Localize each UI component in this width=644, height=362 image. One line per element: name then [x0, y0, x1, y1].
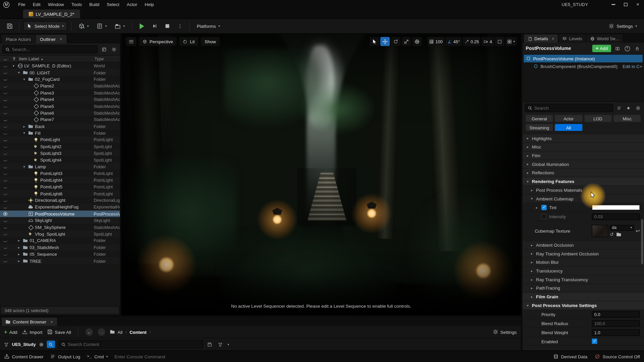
outliner-row-03-staticmesh[interactable]: ▸03_StaticMeshFolder — [0, 244, 120, 251]
outliner-row-plane2[interactable]: Plane2StaticMeshAc — [0, 82, 120, 89]
visibility-toggle[interactable] — [0, 212, 11, 216]
outliner-row-02-fogcard[interactable]: ▾02_FogCardFolder — [0, 76, 120, 82]
stop-button[interactable] — [162, 21, 173, 31]
menu-tools[interactable]: Tools — [68, 1, 86, 8]
outliner-row-directionallight[interactable]: DirectionalLightDirectionalLig — [0, 197, 120, 204]
details-section-ray-tracing-ambient-occlusion[interactable]: ▸Ray Tracing Ambient Occlusion — [523, 249, 644, 258]
outliner-row-plane4[interactable]: Plane4StaticMeshAc — [0, 96, 120, 103]
visibility-toggle[interactable] — [0, 233, 11, 236]
tab-world-settings[interactable]: World Se... — [587, 35, 623, 43]
grid-snap-value[interactable]: 100 — [435, 39, 442, 44]
blend-weight-value-field[interactable]: 1.0 — [592, 329, 640, 336]
viewport-options-button[interactable] — [126, 37, 137, 46]
details-section-post-process-volume-settings[interactable]: ▾Post Process Volume Settings — [523, 301, 644, 310]
outliner-row-sm-skysphere[interactable]: SM_SkySphereStaticMeshAc — [0, 224, 120, 231]
tab-place-actors[interactable]: Place Actors — [2, 35, 35, 44]
outliner-row-pointlight6[interactable]: PointLight6PointLight — [0, 190, 120, 197]
expand-caret[interactable]: ▾ — [22, 165, 26, 169]
filter-chip-actor[interactable]: Actor — [555, 115, 582, 122]
visibility-toggle[interactable] — [0, 118, 11, 121]
browse-asset-icon[interactable] — [616, 233, 621, 236]
visibility-toggle[interactable] — [0, 226, 11, 229]
close-tab-icon[interactable]: × — [60, 37, 62, 41]
expand-caret[interactable]: ▸ — [22, 124, 26, 128]
menu-file[interactable]: File — [14, 1, 29, 8]
visibility-toggle[interactable] — [0, 185, 11, 188]
outliner-row-pointlight5[interactable]: PointLight5PointLight — [0, 183, 120, 190]
expand-caret[interactable]: ▾ — [22, 131, 26, 135]
unreal-logo-icon[interactable]: U — [3, 1, 9, 7]
visibility-toggle[interactable] — [0, 179, 11, 182]
expand-caret[interactable]: ▸ — [17, 252, 21, 256]
property-matrix-icon[interactable] — [613, 45, 621, 52]
visibility-column-icon[interactable] — [3, 57, 7, 60]
details-section-post-process-materials[interactable]: ▸Post Process Materials — [523, 186, 644, 195]
grid-snap-toggle[interactable]: 100 — [428, 37, 444, 46]
tab-details[interactable]: Details × — [524, 35, 558, 43]
maximize-viewport-button[interactable] — [495, 37, 504, 46]
outliner-row-lv-sample-d-editor[interactable]: ▾LV_SAMPLE_D (Editor)World — [0, 62, 120, 69]
expand-caret[interactable]: ▸ — [17, 239, 21, 243]
visibility-toggle[interactable] — [0, 219, 11, 222]
filter-chip-misc[interactable]: Misc — [613, 115, 641, 122]
tint-expand-caret[interactable]: ▸ — [535, 205, 539, 209]
pin-column-icon[interactable] — [11, 56, 17, 61]
outliner-row-skylight[interactable]: SkyLightSkyLight — [0, 217, 120, 224]
filter-funnel-icon[interactable] — [4, 342, 8, 347]
display-filter-icon[interactable] — [615, 104, 623, 112]
visibility-toggle[interactable] — [0, 84, 11, 87]
outliner-row-spotlight3[interactable]: SpotLight3SpotLight — [0, 150, 120, 157]
cinematics-dropdown[interactable]: ▾ — [112, 21, 128, 31]
scale-snap-value[interactable]: 0.25 — [471, 39, 479, 44]
outliner-row-pointlight[interactable]: PointLightPointLight — [0, 136, 120, 143]
details-search-input[interactable] — [534, 106, 610, 111]
visibility-toggle[interactable] — [0, 152, 11, 155]
source-control-button[interactable]: Source Control Off — [595, 354, 640, 359]
output-log-button[interactable]: Output Log — [50, 354, 80, 359]
details-section-film[interactable]: ▸Film — [523, 152, 644, 160]
play-button[interactable] — [137, 21, 147, 31]
play-options-kebab[interactable]: ⋮ — [175, 21, 185, 31]
edit-in-cpp-link[interactable]: Edit in C++ — [623, 64, 643, 69]
visibility-toggle[interactable] — [0, 145, 11, 148]
tint-checkbox[interactable] — [541, 205, 547, 210]
priority-value-field[interactable]: 0.0 — [592, 311, 640, 318]
select-mode-dropdown[interactable]: Select Mode ▾ — [23, 21, 67, 31]
favorites-star-icon[interactable]: ★ — [625, 104, 632, 112]
save-button[interactable] — [4, 21, 15, 31]
details-section-highlights[interactable]: ▸Highlights — [523, 134, 644, 143]
details-section-motion-blur[interactable]: ▸Motion Blur — [523, 258, 644, 267]
rotate-tool-button[interactable] — [391, 37, 400, 46]
visibility-toggle[interactable] — [0, 165, 11, 168]
component-row-instance[interactable]: PostProcessVolume (Instance) — [524, 55, 643, 62]
viewport-layout-button[interactable]: ▾ — [505, 37, 517, 46]
scale-tool-button[interactable] — [402, 37, 411, 46]
lit-dropdown[interactable]: Lit — [179, 37, 198, 46]
use-selected-asset-icon[interactable]: ↺ — [610, 232, 613, 237]
expand-caret[interactable]: ▸ — [17, 245, 21, 249]
details-scrollbar[interactable] — [641, 219, 643, 264]
details-settings-icon[interactable] — [634, 104, 642, 112]
level-viewport[interactable]: Perspective Lit Show — [121, 34, 521, 315]
reset-property-icon[interactable]: ↩ — [636, 228, 640, 234]
add-filter-icon[interactable]: ⊕ — [39, 341, 43, 347]
rotation-snap-value[interactable]: 45° — [453, 39, 460, 44]
derived-data-button[interactable]: Derived Data — [553, 354, 587, 359]
cubemap-texture-thumbnail[interactable] — [592, 225, 608, 237]
intensity-checkbox[interactable] — [541, 214, 547, 219]
lock-icon[interactable] — [633, 45, 641, 52]
expand-caret[interactable]: ▸ — [17, 259, 21, 263]
details-searchbox[interactable] — [525, 104, 613, 112]
settings-dropdown[interactable]: Settings ▾ — [606, 22, 640, 31]
outliner-settings-icon[interactable] — [110, 46, 117, 53]
menu-edit[interactable]: Edit — [29, 1, 44, 8]
sources-search-button[interactable] — [47, 341, 55, 348]
close-button[interactable]: × — [632, 0, 644, 9]
outliner-row-00-light[interactable]: ▾00_LIGHTFolder — [0, 69, 120, 76]
visibility-toggle[interactable] — [0, 78, 11, 81]
tint-color-swatch[interactable] — [592, 205, 640, 210]
visibility-toggle[interactable] — [0, 132, 11, 135]
details-section-film-grain[interactable]: ▸Film Grain — [523, 293, 644, 301]
filter-chip-lod[interactable]: LOD — [584, 115, 611, 122]
column-type[interactable]: Type — [94, 56, 120, 61]
